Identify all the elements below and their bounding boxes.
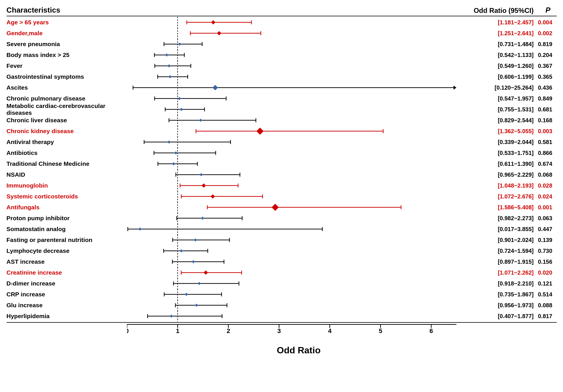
p-value: 0.168	[534, 117, 557, 124]
ci-value: [1.362−5.055]	[471, 128, 534, 135]
row-label: Somatostatin analog	[7, 226, 127, 233]
ci-value: [0.611−1.390]	[471, 161, 534, 167]
svg-marker-139	[170, 315, 172, 318]
forest-plot-svg	[127, 278, 471, 289]
x-axis-area: 0 1 2 3 4 5 6	[7, 324, 557, 344]
p-value: 0.819	[534, 41, 557, 48]
table-row: Traditional Chinese Medicine[0.611−1.390…	[7, 158, 557, 169]
p-value: 0.204	[534, 52, 557, 58]
row-label: Fasting or parenteral nutrition	[7, 237, 127, 243]
svg-marker-32	[454, 86, 456, 90]
p-value: 0.581	[534, 139, 557, 145]
ci-value: [0.901−2.024]	[471, 237, 534, 243]
plot-area: Age > 65 years[1.181−2.457]0.004Gender,m…	[7, 17, 557, 323]
p-value: 0.674	[534, 161, 557, 167]
p-value: 0.002	[534, 30, 557, 37]
forest-plot-svg	[127, 104, 471, 115]
forest-plot-svg	[127, 126, 471, 137]
svg-marker-99	[138, 228, 141, 231]
forest-plot-svg	[127, 50, 471, 60]
forest-plot-svg	[127, 256, 471, 267]
row-label: Severe pneumonia	[7, 41, 127, 48]
row-label: Hyperlipidemia	[7, 313, 127, 320]
row-label: Body mass index > 25	[7, 52, 127, 58]
forest-plot-svg	[127, 300, 471, 311]
forest-plot-svg	[127, 267, 471, 278]
header-right: Odd Ratio (95%CI) P	[471, 6, 557, 15]
svg-marker-79	[202, 184, 206, 188]
table-row: Severe pneumonia[0.731−1.484]0.819	[7, 39, 557, 50]
svg-marker-94	[201, 217, 204, 220]
p-value: 0.063	[534, 215, 557, 222]
svg-marker-109	[180, 249, 183, 252]
table-row: Chronic kidney disease[1.362−5.055]0.003	[7, 126, 557, 137]
p-value: 0.730	[534, 248, 557, 254]
row-label: D-dimer increase	[7, 280, 127, 287]
ci-value: [0.542−1.133]	[471, 52, 534, 58]
forest-plot-svg	[127, 93, 471, 104]
forest-plot-svg	[127, 147, 471, 158]
p-value: 0.365	[534, 74, 557, 80]
svg-marker-4	[211, 20, 215, 24]
p-value: 0.447	[534, 226, 557, 233]
table-row: Body mass index > 25[0.542−1.133]0.204	[7, 50, 557, 60]
row-label: Antiviral therapy	[7, 139, 127, 145]
p-value: 0.003	[534, 128, 557, 135]
p-value: 0.817	[534, 313, 557, 320]
row-label: Immunoglobin	[7, 182, 127, 189]
table-row: Lymphocyte decrease[0.724−1.594]0.730	[7, 245, 557, 256]
forest-plot-svg	[127, 115, 471, 126]
table-row: Proton pump inhibitor[0.982−2.273]0.063	[7, 213, 557, 224]
ci-value: [0.724−1.594]	[471, 248, 534, 254]
table-row: NSAID[0.965−2.229]0.068	[7, 169, 557, 180]
table-row: Glu increase[0.956−1.973]0.088	[7, 300, 557, 311]
row-label: Fever	[7, 62, 127, 69]
table-row: Gender,male[1.251−2.641]0.002	[7, 28, 557, 39]
ci-value: [0.982−2.273]	[471, 215, 534, 222]
x-axis-label: Odd Ratio	[127, 345, 471, 356]
row-label: Chronic pulmonary disease	[7, 95, 127, 102]
ci-value: [1.181−2.457]	[471, 19, 534, 26]
row-label: Metabolic cardiac-cerebrovascular diseas…	[7, 103, 127, 116]
ci-value: [0.965−2.229]	[471, 172, 534, 178]
svg-marker-54	[256, 128, 263, 135]
svg-marker-124	[198, 282, 201, 285]
forest-plot-svg	[127, 71, 471, 82]
ci-value: [0.829−2.544]	[471, 117, 534, 124]
table-row: Chronic liver disease[0.829−2.544]0.168	[7, 115, 557, 126]
ci-value: [0.547−1.957]	[471, 95, 534, 102]
svg-marker-129	[185, 293, 188, 296]
forest-plot-svg	[127, 60, 471, 71]
p-value: 0.004	[534, 19, 557, 26]
row-label: Antibiotics	[7, 149, 127, 156]
row-label: Lymphocyte decrease	[7, 247, 127, 254]
header-row: Characteristics Odd Ratio (95%CI) P	[7, 6, 557, 16]
forest-plot-svg	[127, 137, 471, 147]
svg-text:5: 5	[378, 327, 382, 334]
row-label: Systemic corticosteroids	[7, 193, 127, 200]
p-value: 0.001	[534, 204, 557, 211]
svg-marker-9	[217, 31, 221, 35]
forest-plot-svg	[127, 289, 471, 300]
forest-plot-svg	[127, 17, 471, 28]
p-value: 0.514	[534, 291, 557, 298]
x-axis-svg: 0 1 2 3 4 5 6	[127, 324, 471, 344]
row-label: Creatinine increase	[7, 269, 127, 276]
svg-text:6: 6	[429, 327, 433, 334]
row-label: Traditional Chinese Medicine	[7, 160, 127, 167]
table-row: Creatinine increase[1.071−2.262]0.020	[7, 267, 557, 278]
p-value: 0.088	[534, 302, 557, 309]
ci-value: [0.735−1.867]	[471, 291, 534, 298]
table-row: Fever[0.549−1.260]0.367	[7, 60, 557, 71]
forest-plot-svg	[127, 169, 471, 180]
table-row: Ascites[0.120−25.264]0.436	[7, 82, 557, 93]
ci-value: [1.048−2.193]	[471, 182, 534, 189]
table-row: AST increase[0.897−1.915]0.156	[7, 256, 557, 267]
forest-plot-container: Characteristics Odd Ratio (95%CI) P Age …	[7, 6, 557, 356]
svg-marker-89	[272, 204, 278, 211]
svg-text:2: 2	[226, 327, 230, 334]
table-row: CRP increase[0.735−1.867]0.514	[7, 289, 557, 300]
row-label: Gastrointestinal symptoms	[7, 73, 127, 80]
header-odd-ratio: Odd Ratio (95%CI)	[471, 7, 534, 15]
svg-marker-134	[195, 304, 198, 307]
